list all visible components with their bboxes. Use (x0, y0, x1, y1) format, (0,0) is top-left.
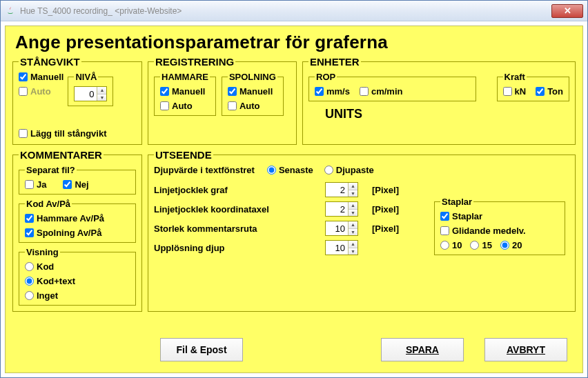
staplar-glidande[interactable]: Glidande medelv. (440, 226, 559, 236)
kommentarer-fieldset: KOMMENTARER Separat fil? Ja Nej (12, 149, 142, 312)
spin-down[interactable]: ▼ (349, 210, 357, 217)
linje-graf-spinner[interactable]: ▲▼ (325, 182, 358, 197)
staplar-staplar[interactable]: Staplar (440, 211, 559, 221)
separat-nej[interactable]: Nej (63, 179, 88, 190)
visning-kod-radio[interactable] (25, 262, 34, 271)
visning-kodtext[interactable]: Kod+text (25, 276, 130, 286)
spin-up[interactable]: ▲ (349, 202, 357, 210)
linje-axel-input[interactable] (326, 202, 348, 216)
stangvikt-auto-label: Auto (30, 86, 51, 97)
kod-spolning-label: Spolning Av/På (37, 228, 101, 238)
spolning-legend: SPOLNING (228, 72, 277, 82)
spin-up[interactable]: ▲ (349, 241, 357, 248)
glidande-checkbox[interactable] (440, 226, 449, 235)
linje-axel-spinner[interactable]: ▲▼ (325, 201, 358, 217)
spin-down[interactable]: ▼ (349, 248, 357, 255)
separat-ja-checkbox[interactable] (25, 180, 34, 189)
upplosning-spinner[interactable]: ▲▼ (325, 240, 358, 255)
hammare-auto-checkbox[interactable] (160, 101, 169, 110)
kraft-ton-checkbox[interactable] (536, 87, 545, 96)
staplar-legend: Staplar (440, 197, 473, 207)
separat-ja[interactable]: Ja (25, 179, 46, 190)
staplar-15[interactable]: 15 (470, 240, 491, 250)
stangvikt-manuell-checkbox[interactable] (19, 72, 28, 81)
kraft-kn[interactable]: kN (503, 86, 527, 97)
spolning-manuell-checkbox[interactable] (228, 87, 237, 96)
kraft-ton[interactable]: Ton (536, 86, 563, 97)
visning-kodtext-radio[interactable] (25, 277, 34, 286)
storlek-spinner[interactable]: ▲▼ (325, 221, 358, 236)
niva-down[interactable]: ▼ (97, 94, 106, 101)
spin-down[interactable]: ▼ (349, 229, 357, 236)
djup-djupaste-label: Djupaste (336, 165, 374, 175)
spin-down[interactable]: ▼ (349, 190, 357, 197)
spolning-manuell-label: Manuell (239, 86, 273, 97)
spolning-auto-checkbox[interactable] (228, 101, 237, 110)
lagg-till-checkbox[interactable] (19, 129, 28, 138)
close-button[interactable]: ✕ (551, 4, 583, 18)
hammare-manuell[interactable]: Manuell (160, 86, 210, 97)
kod-spolning-checkbox[interactable] (25, 228, 34, 237)
fil-epost-label: Fil & Epost (176, 344, 226, 355)
hammare-manuell-checkbox[interactable] (160, 87, 169, 96)
staplar-checkbox[interactable] (440, 212, 449, 221)
spara-label: SPARA (406, 344, 439, 355)
visning-kod-label: Kod (37, 261, 54, 272)
djup-senaste-radio[interactable] (267, 166, 276, 175)
fil-epost-button[interactable]: Fil & Epost (160, 338, 243, 361)
separat-nej-checkbox[interactable] (63, 180, 72, 189)
djup-djupaste[interactable]: Djupaste (324, 165, 374, 175)
staplar-20-radio[interactable] (500, 241, 509, 250)
rop-mms-checkbox[interactable] (315, 87, 324, 96)
main-panel: Ange presentationsparametrar för grafern… (5, 26, 583, 373)
linje-axel-unit: [Pixel] (372, 204, 420, 215)
djup-senaste[interactable]: Senaste (267, 165, 313, 175)
stangvikt-auto[interactable]: Auto (19, 86, 63, 97)
staplar-15-label: 15 (482, 240, 491, 250)
application-window: Hue TS_4000 recording_ <private-Website>… (0, 0, 588, 378)
staplar-20-label: 20 (512, 240, 522, 250)
staplar-10-radio[interactable] (440, 241, 449, 250)
kod-legend: Kod Av/På (25, 199, 72, 209)
staplar-10-label: 10 (452, 240, 462, 250)
kod-hammare[interactable]: Hammare Av/På (25, 213, 130, 223)
visning-inget-radio[interactable] (25, 291, 34, 300)
niva-input[interactable] (75, 87, 97, 101)
linje-graf-label: Linjetjocklek graf (154, 185, 320, 195)
staplar-10[interactable]: 10 (440, 240, 462, 250)
niva-up[interactable]: ▲ (97, 87, 106, 94)
stangvikt-auto-checkbox[interactable] (19, 87, 28, 96)
hammare-legend: HAMMARE (160, 72, 210, 82)
upplosning-label: Upplösning djup (154, 243, 320, 253)
upplosning-input[interactable] (326, 241, 348, 255)
spolning-manuell[interactable]: Manuell (228, 86, 277, 97)
kraft-kn-checkbox[interactable] (503, 87, 512, 96)
rop-cmmin-checkbox[interactable] (360, 87, 369, 96)
linje-graf-input[interactable] (326, 183, 348, 197)
rop-mms[interactable]: mm/s (315, 86, 350, 97)
spin-up[interactable]: ▲ (349, 221, 357, 229)
djup-djupaste-radio[interactable] (324, 166, 333, 175)
visning-kodtext-label: Kod+text (37, 276, 75, 286)
visning-inget[interactable]: Inget (25, 290, 130, 301)
spara-button[interactable]: SPARA (381, 338, 464, 361)
spolning-fieldset: SPOLNING Manuell Auto (222, 72, 284, 116)
hammare-manuell-label: Manuell (172, 86, 205, 97)
avbryt-button[interactable]: AVBRYT (484, 338, 567, 361)
hammare-auto[interactable]: Auto (160, 101, 210, 111)
kod-spolning[interactable]: Spolning Av/På (25, 228, 130, 238)
spolning-auto[interactable]: Auto (228, 101, 277, 111)
rop-fieldset: ROP mm/s cm/min (308, 72, 476, 101)
niva-spinner[interactable]: ▲ ▼ (74, 86, 107, 101)
lagg-till-stangvikt[interactable]: Lägg till stångvikt (19, 128, 136, 139)
staplar-15-radio[interactable] (470, 241, 479, 250)
rop-cmmin[interactable]: cm/min (360, 86, 403, 97)
visning-kod[interactable]: Kod (25, 261, 130, 272)
storlek-input[interactable] (326, 221, 348, 235)
staplar-20[interactable]: 20 (500, 240, 522, 250)
kommentarer-legend: KOMMENTARER (19, 149, 104, 161)
kod-hammare-checkbox[interactable] (25, 214, 34, 223)
stangvikt-manuell[interactable]: Manuell (19, 72, 63, 82)
kraft-kn-label: kN (515, 86, 527, 97)
spin-up[interactable]: ▲ (349, 183, 357, 190)
